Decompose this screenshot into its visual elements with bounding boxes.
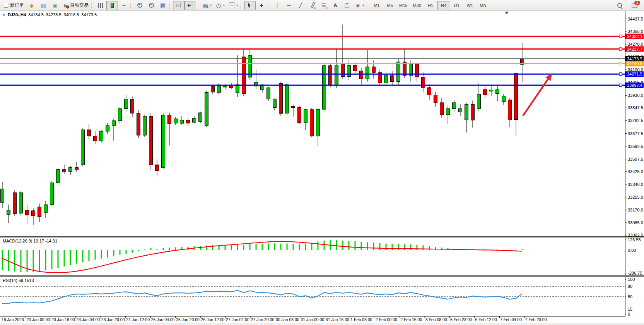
svg-text:30 Jan 08:00: 30 Jan 08:00 [276,317,299,322]
svg-text:100: 100 [628,277,635,282]
svg-text:31 Jan 00:00: 31 Jan 00:00 [301,317,324,322]
toolbar-separator [130,2,132,9]
crosshair-button[interactable] [256,1,267,10]
toolbar-separator [91,2,93,9]
chart-canvas[interactable]: 34437.534355.034270.034185.034100.034015… [0,0,644,325]
toolbar-separator [169,2,171,9]
new-chart-button[interactable]: ▾ [200,1,214,10]
svg-text:23 Jan 20:00: 23 Jan 20:00 [101,317,125,322]
dropdown-caret-icon[interactable]: ▾ [362,3,364,7]
ohlc-high: 34278.5 [46,12,61,17]
new-order-icon [3,2,9,9]
svg-text:126.55: 126.55 [628,237,641,242]
svg-text:31 Jan 16:00: 31 Jan 16:00 [326,317,349,322]
svg-text:27 Jan 20:00: 27 Jan 20:00 [251,317,275,322]
timeframe-m15-button[interactable]: M15 [396,1,410,10]
svg-text:23 Jan 04:00: 23 Jan 04:00 [76,317,100,322]
svg-text:26 Jan 12:00: 26 Jan 12:00 [201,317,225,322]
vertical-line-button[interactable] [272,1,283,10]
candle-chart-button[interactable] [106,1,118,10]
periods-button[interactable]: ▾ [214,1,227,10]
chart-title: DJ30-,H4 34134.5 34278.5 34018.5 34173.5 [2,12,97,17]
svg-text:20 Jan 16:00: 20 Jan 16:00 [51,317,75,322]
svg-text:50: 50 [628,294,632,299]
cursor-button[interactable] [244,1,256,10]
svg-text:5 Feb 23:00: 5 Feb 23:00 [450,317,472,322]
new-order-button[interactable]: 新订单 [1,1,26,10]
svg-text:20 Jan 00:00: 20 Jan 00:00 [26,317,50,322]
svg-text:33847.5: 33847.5 [628,105,643,110]
text-label-button[interactable] [341,1,353,10]
svg-text:34173.5: 34173.5 [627,57,642,61]
svg-text:2 Feb 16:00: 2 Feb 16:00 [400,317,422,322]
svg-text:25 Jan 20:00: 25 Jan 20:00 [176,317,200,322]
timeframe-w1-button[interactable]: W1 [463,1,477,10]
timeframe-d1-button[interactable]: D1 [450,1,463,10]
fibonacci-icon [321,2,327,9]
ohlc-close: 34173.5 [81,12,97,17]
fibonacci-button[interactable] [318,1,330,10]
market-watch-button[interactable] [26,1,38,10]
candle-chart-icon [109,2,115,9]
svg-text:33002.5: 33002.5 [628,233,643,237]
equidistant-channel-button[interactable] [306,1,318,10]
text-icon [332,2,338,9]
toolbar-separator [268,2,270,9]
chat-icon: 1 [632,2,639,8]
notifications-button[interactable]: 1 [629,1,641,10]
periods-icon [215,2,222,9]
zoom-out-button[interactable] [145,1,157,10]
bar-chart-icon [97,2,104,9]
dropdown-caret-icon[interactable]: ▾ [223,3,225,7]
text-label-icon [344,2,350,9]
new-order-button-label: 新订单 [10,2,24,9]
mt5-window: 新订单自动交易▾▾▾▾M1M5M15M30H1H4D1W1MN1 DJ30-,H… [0,0,644,325]
svg-text:2 Feb 00:00: 2 Feb 00:00 [376,317,397,322]
timeframe-m30-button[interactable]: M30 [410,1,424,10]
line-chart-button[interactable] [118,1,130,10]
svg-text:15: 15 [628,307,632,311]
svg-text:33507.5: 33507.5 [628,157,643,162]
trendline-icon [297,2,304,9]
text-button[interactable] [330,1,341,10]
navigator-button[interactable] [49,1,61,10]
chevron-down-icon[interactable] [2,12,5,17]
timeframe-m5-button[interactable]: M5 [383,1,396,10]
svg-text:33592.5: 33592.5 [628,144,643,149]
trendline-button[interactable] [295,1,306,10]
autotrading-button[interactable]: 自动交易 [61,1,91,10]
svg-text:33425.0: 33425.0 [628,169,643,174]
svg-text:6 Feb 12:00: 6 Feb 12:00 [475,317,497,322]
data-window-button[interactable] [38,1,49,10]
bar-chart-button[interactable] [95,1,106,10]
auto-scroll-button[interactable] [184,1,196,10]
horizontal-line-button[interactable] [283,1,295,10]
shapes-button[interactable]: ▾ [353,1,366,10]
timeframe-mn-button[interactable]: MN [477,1,490,10]
svg-text:7 Feb 04:00: 7 Feb 04:00 [500,317,522,322]
svg-text:25 Jan 04:00: 25 Jan 04:00 [151,317,175,322]
timeframe-h1-button[interactable]: H1 [424,1,437,10]
svg-text:33677.5: 33677.5 [628,131,643,136]
timeframe-h4-button[interactable]: H4 [437,1,450,10]
zoom-out-icon [148,2,154,9]
dropdown-caret-icon[interactable]: ▾ [236,3,238,7]
search-button[interactable] [614,1,625,10]
svg-text:34140.6: 34140.6 [627,61,642,66]
indicators-button[interactable]: ▾ [227,1,240,10]
autotrading-icon [63,2,69,9]
svg-text:0.00: 0.00 [628,248,636,253]
timeframe-m1-button[interactable]: M1 [370,1,383,10]
macd-indicator-label: MACD(12,26,9) 10.17 -14.31 [3,239,57,243]
svg-text:33930.0: 33930.0 [628,93,643,98]
crosshair-icon [258,2,265,9]
tile-windows-button[interactable] [157,1,169,10]
dropdown-caret-icon[interactable]: ▾ [210,3,212,7]
svg-text:1 Feb 08:00: 1 Feb 08:00 [350,317,372,322]
chart-shift-button[interactable] [173,1,184,10]
zoom-in-button[interactable] [134,1,145,10]
symbol-period: DJ30-,H4 [8,12,26,17]
time-axis: 19 Jan 202320 Jan 00:0020 Jan 16:0023 Ja… [1,316,547,322]
notification-badge: 1 [634,1,640,5]
svg-text:34322.1: 34322.1 [627,34,642,39]
